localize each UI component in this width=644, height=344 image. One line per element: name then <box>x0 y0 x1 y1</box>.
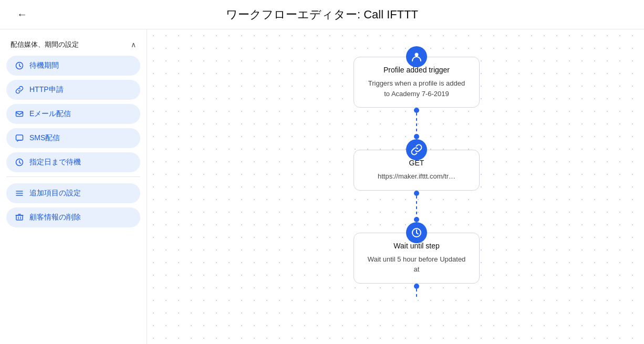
connector-line <box>416 289 417 299</box>
trash-icon <box>15 213 24 222</box>
sidebar-item-date-wait[interactable]: 指定日まで待機 <box>6 152 140 172</box>
sidebar-item-sms[interactable]: SMS配信 <box>6 128 140 148</box>
clock-icon <box>15 61 24 70</box>
node-trigger-wrapper: Profile added trigger Triggers when a pr… <box>354 46 480 108</box>
back-button[interactable]: ← <box>13 6 32 23</box>
clock-date-icon <box>15 158 24 167</box>
connector-dot <box>414 108 419 113</box>
link-icon <box>15 85 24 95</box>
sidebar-item-label-date-wait: 指定日まで待機 <box>29 158 81 167</box>
sms-icon <box>15 133 24 143</box>
sidebar-item-label-sms: SMS配信 <box>29 133 60 143</box>
sidebar-item-delete[interactable]: 顧客情報の削除 <box>6 207 140 227</box>
http-desc: https://maker.ifttt.com/tr… <box>365 171 469 182</box>
svg-point-8 <box>415 53 419 57</box>
sidebar-item-label-wait: 待機期間 <box>29 61 59 70</box>
chevron-up-icon[interactable]: ∧ <box>131 40 136 49</box>
connector-dot <box>414 134 419 139</box>
wait-desc: Wait until 5 hour before Updated at <box>365 254 469 275</box>
list-icon <box>15 189 24 198</box>
sidebar-item-label-delete: 顧客情報の削除 <box>29 213 81 222</box>
workflow-container: Profile added trigger Triggers when a pr… <box>338 46 495 299</box>
main-layout: 配信媒体、期間の設定 ∧ 待機期間 HTTP申請 <box>0 29 644 344</box>
trigger-icon <box>406 46 427 67</box>
connector-dot <box>414 191 419 196</box>
node-wait-wrapper: Wait until step Wait until 5 hour before… <box>354 222 480 284</box>
sidebar-item-label-http: HTTP申請 <box>29 85 64 95</box>
sidebar-divider <box>6 176 140 177</box>
connector-dot <box>414 284 419 289</box>
connector-2 <box>414 191 419 222</box>
sidebar-item-wait[interactable]: 待機期間 <box>6 56 140 76</box>
node-http-wrapper: GET https://maker.ifttt.com/tr… <box>354 139 480 191</box>
http-icon <box>406 139 427 160</box>
sidebar-item-email[interactable]: Eメール配信 <box>6 104 140 124</box>
svg-rect-1 <box>16 112 23 117</box>
trigger-desc: Triggers when a profile is added to Acad… <box>365 78 469 99</box>
connector-line <box>416 196 417 217</box>
sidebar-item-label-email: Eメール配信 <box>29 109 71 119</box>
sidebar-item-http[interactable]: HTTP申請 <box>6 80 140 100</box>
svg-rect-2 <box>16 135 23 140</box>
workflow-canvas[interactable]: Profile added trigger Triggers when a pr… <box>147 29 644 344</box>
page-title: ワークフローエディター: Call IFTTT <box>226 7 418 23</box>
sidebar-item-extra[interactable]: 追加項目の設定 <box>6 183 140 203</box>
sidebar-item-label-extra: 追加項目の設定 <box>29 189 81 198</box>
connector-1 <box>414 108 419 139</box>
connector-3 <box>414 284 419 299</box>
mail-icon <box>15 109 24 119</box>
svg-rect-7 <box>16 215 23 220</box>
connector-dot <box>414 217 419 222</box>
header: ← ワークフローエディター: Call IFTTT <box>0 0 644 29</box>
wait-icon <box>406 222 427 243</box>
sidebar-section-label: 配信媒体、期間の設定 <box>11 40 79 49</box>
connector-line <box>416 113 417 134</box>
sidebar: 配信媒体、期間の設定 ∧ 待機期間 HTTP申請 <box>0 29 147 344</box>
sidebar-section-header: 配信媒体、期間の設定 ∧ <box>6 38 140 56</box>
